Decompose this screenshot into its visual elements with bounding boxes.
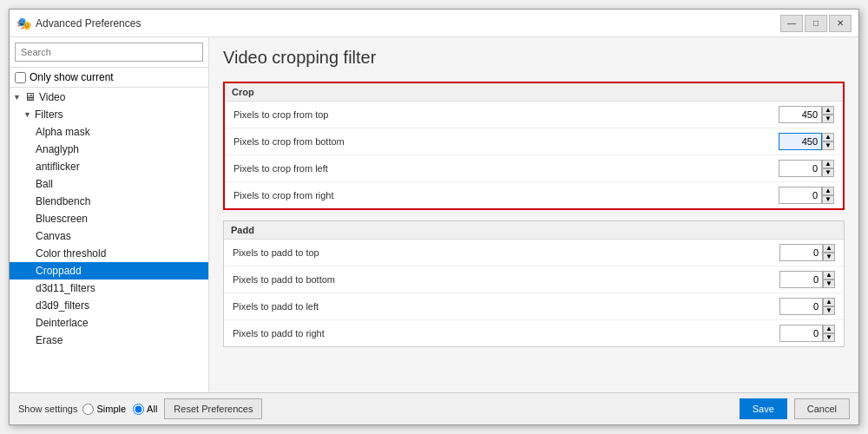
only-show-current-row: Only show current: [10, 68, 208, 88]
minimize-button[interactable]: —: [780, 15, 803, 32]
tree-item-label: Color threshold: [36, 247, 106, 260]
spinbox-input[interactable]: [779, 271, 823, 288]
radio-simple-option[interactable]: Simple: [82, 404, 126, 415]
tree-item-d3d11_filters[interactable]: d3d11_filters: [10, 279, 208, 297]
section-padd: PaddPixels to padd to top▲▼Pixels to pad…: [223, 220, 845, 347]
folder-icon: 🖥: [24, 90, 36, 103]
tree-item-blendbench[interactable]: Blendbench: [10, 193, 208, 210]
radio-all-option[interactable]: All: [133, 404, 157, 415]
tree-item-label: Ball: [36, 178, 53, 190]
spin-down-button[interactable]: ▼: [823, 333, 835, 342]
only-show-current-checkbox[interactable]: [15, 72, 26, 83]
spin-up-button[interactable]: ▲: [823, 271, 835, 279]
row-label: Pixels to padd to left: [233, 301, 319, 312]
radio-group: Simple All Reset Preferences: [82, 398, 262, 419]
tree-item-ball[interactable]: Ball: [10, 175, 208, 193]
spin-up-button[interactable]: ▲: [822, 187, 834, 195]
radio-simple-label: Simple: [96, 404, 126, 414]
spin-up-button[interactable]: ▲: [822, 133, 834, 141]
spin-buttons: ▲▼: [822, 133, 834, 150]
spin-buttons: ▲▼: [823, 244, 835, 261]
spinbox-input[interactable]: [779, 160, 822, 177]
section-header-padd: Padd: [224, 221, 844, 240]
tree-item-canvas[interactable]: Canvas: [10, 227, 208, 245]
only-show-current-label: Only show current: [30, 71, 114, 83]
vlc-icon: 🎭: [16, 16, 30, 30]
left-panel: Only show current ▼🖥Video▼FiltersAlpha m…: [10, 37, 209, 392]
tree-item-antiflicker[interactable]: antiflicker: [10, 158, 208, 175]
cancel-button[interactable]: Cancel: [794, 398, 850, 419]
tree-item-label: d3d11_filters: [36, 282, 95, 294]
spin-down-button[interactable]: ▼: [822, 141, 834, 150]
tree-item-color_threshold[interactable]: Color threshold: [10, 245, 208, 262]
page-title: Video cropping filter: [223, 48, 845, 68]
radio-all-label: All: [147, 404, 157, 414]
tree-item-label: Filters: [35, 108, 63, 121]
tree-item-erase[interactable]: Erase: [10, 332, 208, 349]
radio-simple[interactable]: [82, 404, 94, 415]
tree-item-d3d9_filters[interactable]: d3d9_filters: [10, 297, 208, 314]
section-row: Pixels to padd to bottom▲▼: [224, 266, 844, 293]
spin-down-button[interactable]: ▼: [823, 306, 835, 315]
bottom-bar: Show settings Simple All Reset Preferenc…: [10, 392, 858, 424]
spin-up-button[interactable]: ▲: [823, 244, 835, 253]
tree-item-bluescreen[interactable]: Bluescreen: [10, 210, 208, 227]
window-title: Advanced Preferences: [36, 17, 141, 30]
spinbox: ▲▼: [779, 244, 835, 261]
save-button[interactable]: Save: [740, 398, 787, 419]
spin-up-button[interactable]: ▲: [823, 298, 835, 306]
tree-item-label: Alpha mask: [36, 126, 90, 138]
tree-item-deinterlace[interactable]: Deinterlace: [10, 314, 208, 332]
spinbox: ▲▼: [779, 271, 835, 288]
row-label: Pixels to crop from right: [233, 190, 334, 201]
tree-item-label: Canvas: [36, 230, 71, 242]
spin-down-button[interactable]: ▼: [823, 279, 835, 288]
tree-item-label: Blendbench: [36, 195, 90, 207]
tree-item-label: Erase: [36, 334, 62, 346]
title-bar-buttons: — □ ✕: [780, 15, 852, 32]
spin-buttons: ▲▼: [822, 160, 834, 177]
search-input[interactable]: [15, 43, 203, 62]
section-row: Pixels to padd to left▲▼: [224, 293, 844, 320]
tree-area: ▼🖥Video▼FiltersAlpha maskAnaglyphantifli…: [10, 88, 208, 392]
row-label: Pixels to crop from top: [233, 109, 328, 120]
spin-down-button[interactable]: ▼: [822, 168, 834, 177]
row-label: Pixels to padd to bottom: [233, 274, 335, 285]
spin-down-button[interactable]: ▼: [822, 195, 834, 204]
spin-up-button[interactable]: ▲: [823, 325, 835, 333]
spinbox-input[interactable]: [779, 298, 823, 315]
spinbox: ▲▼: [779, 187, 834, 204]
chevron-down-icon: ▼: [13, 93, 21, 102]
spinbox: ▲▼: [779, 298, 835, 315]
maximize-button[interactable]: □: [805, 15, 827, 32]
tree-item-croppadd[interactable]: Croppadd: [10, 262, 208, 279]
tree-item-video[interactable]: ▼🖥Video: [10, 88, 208, 106]
title-bar-left: 🎭 Advanced Preferences: [16, 16, 141, 30]
reset-preferences-button[interactable]: Reset Preferences: [164, 398, 262, 419]
spin-buttons: ▲▼: [823, 325, 835, 342]
spin-down-button[interactable]: ▼: [823, 253, 835, 261]
spin-buttons: ▲▼: [822, 106, 834, 123]
spinbox-input[interactable]: [779, 325, 823, 342]
spinbox-input[interactable]: [779, 187, 822, 204]
spinbox-input[interactable]: [779, 106, 822, 123]
spin-buttons: ▲▼: [822, 187, 834, 204]
tree-item-label: d3d9_filters: [36, 299, 89, 312]
tree-item-label: Croppadd: [36, 265, 82, 277]
tree-item-alpha_mask[interactable]: Alpha mask: [10, 123, 208, 141]
row-label: Pixels to padd to right: [233, 328, 325, 339]
title-bar: 🎭 Advanced Preferences — □ ✕: [10, 10, 858, 37]
spin-up-button[interactable]: ▲: [822, 106, 834, 115]
spin-down-button[interactable]: ▼: [822, 115, 834, 123]
spinbox-input[interactable]: [779, 133, 822, 150]
radio-all[interactable]: [133, 404, 144, 415]
tree-item-label: Video: [39, 91, 65, 103]
spinbox-input[interactable]: [779, 244, 823, 261]
tree-item-filters[interactable]: ▼Filters: [10, 106, 208, 123]
spinbox: ▲▼: [779, 160, 834, 177]
spin-up-button[interactable]: ▲: [822, 160, 834, 168]
close-button[interactable]: ✕: [829, 15, 852, 32]
tree-item-anaglyph[interactable]: Anaglyph: [10, 141, 208, 158]
tree-item-label: Bluescreen: [36, 213, 88, 225]
main-content: Only show current ▼🖥Video▼FiltersAlpha m…: [10, 37, 858, 392]
